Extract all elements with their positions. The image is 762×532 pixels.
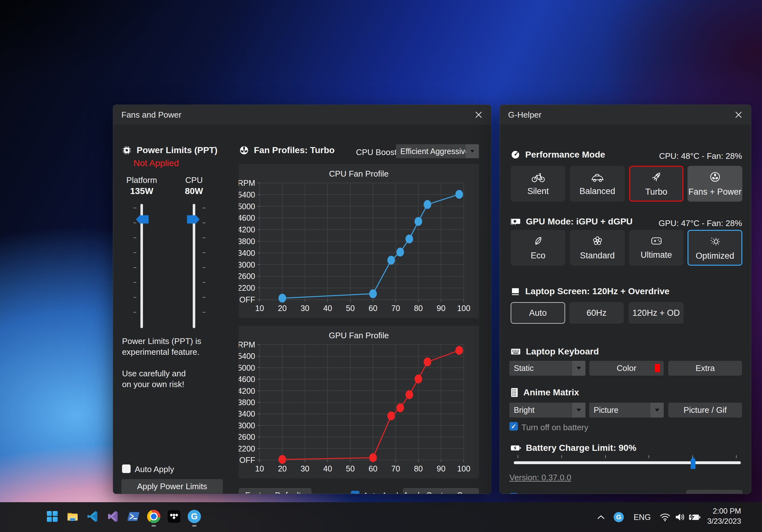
cpu-fan-profile-chart[interactable]: 102030405060708090100OFF2200260030003400…: [239, 164, 479, 318]
g-helper-window: G-Helper Performance Mode CPU: 48°C - Fa…: [499, 105, 751, 494]
perf-mode-silent-button[interactable]: Silent: [511, 166, 566, 202]
power-note-line: on your own risk!: [122, 379, 185, 389]
svg-text:70: 70: [391, 464, 400, 473]
power-limits-status: Not Applied: [133, 158, 179, 168]
matrix-picture-gif-button[interactable]: Picture / Gif: [668, 403, 742, 418]
ghelper-content: Performance Mode CPU: 48°C - Fan: 28% Si…: [500, 124, 751, 494]
gpu-mode-header: GPU Mode: iGPU + dGPU: [510, 216, 633, 227]
run-on-startup-checkbox[interactable]: ✓: [509, 493, 518, 494]
cpu-slider-thumb[interactable]: [187, 215, 200, 223]
power-auto-apply-label: Auto Apply: [135, 465, 174, 474]
matrix-brightness-dropdown[interactable]: Bright: [509, 403, 585, 418]
chevron-down-icon: [466, 144, 479, 158]
gauge-icon: [510, 149, 521, 160]
gamepad-icon: [649, 236, 663, 246]
tray-clock[interactable]: 2:00 PM 3/23/2023: [707, 506, 741, 526]
close-icon[interactable]: [734, 110, 743, 119]
perf-mode-fans-power-button[interactable]: Fans + Power: [688, 166, 742, 202]
gpu-mode-eco-button[interactable]: Eco: [511, 230, 566, 266]
chip-icon: [121, 145, 132, 156]
turn-off-on-battery-checkbox[interactable]: ✓: [509, 422, 518, 430]
cpu-boost-label: CPU Boost: [356, 147, 397, 157]
gpu-fan-profile-chart[interactable]: 102030405060708090100OFF2200260030003400…: [239, 326, 479, 479]
screen-60hz-button[interactable]: 60Hz: [569, 302, 624, 324]
svg-text:80: 80: [414, 464, 423, 473]
power-note-line: Power Limits (PPT) is: [122, 337, 201, 346]
tray-language[interactable]: ENG: [633, 512, 651, 522]
keyboard-color-swatch: [655, 364, 660, 372]
fans-window-titlebar[interactable]: Fans and Power: [113, 105, 491, 124]
file-explorer-button[interactable]: [65, 509, 80, 524]
gpu-mode-optimized-button[interactable]: Optimized: [688, 230, 742, 266]
keyboard-color-button[interactable]: Color: [589, 361, 664, 376]
tray-date: 3/23/2023: [707, 516, 741, 526]
battery-charge-limit-header: Battery Charge Limit: 90%: [510, 443, 637, 453]
svg-text:20: 20: [278, 464, 287, 473]
keyboard-extra-button[interactable]: Extra: [668, 361, 742, 376]
fan-profiles-header: Fan Profiles: Turbo: [239, 145, 335, 156]
tray-chevron-up[interactable]: [595, 512, 607, 522]
power-note-line: Use carefully and: [122, 369, 186, 379]
screen-icon: [510, 287, 521, 296]
svg-text:5400: 5400: [239, 351, 255, 360]
cpu-label: CPU: [167, 175, 221, 185]
fan-circle-icon: [709, 171, 722, 183]
svg-text:OFF: OFF: [239, 456, 255, 465]
close-icon[interactable]: [474, 110, 483, 119]
platform-slider-thumb[interactable]: [136, 215, 149, 223]
start-button[interactable]: [45, 509, 60, 524]
keyboard-mode-dropdown[interactable]: Static: [509, 361, 585, 376]
powershell-icon: [127, 510, 140, 523]
svg-text:4200: 4200: [239, 387, 255, 395]
gpu-mode-ultimate-button[interactable]: Ultimate: [629, 230, 683, 266]
tray-volume[interactable]: [673, 511, 687, 523]
chevron-down-icon: [572, 361, 585, 376]
tray-battery[interactable]: [687, 511, 702, 523]
gpu-mode-standard-button[interactable]: Standard: [570, 230, 625, 266]
screen-120hz-od-button[interactable]: 120Hz + OD: [629, 302, 684, 324]
battery-charging-icon: [688, 513, 701, 521]
svg-text:70: 70: [391, 304, 400, 313]
svg-text:5400: 5400: [239, 190, 255, 199]
factory-defaults-button[interactable]: Factory Defaults: [239, 488, 312, 494]
chrome-button[interactable]: [146, 509, 161, 524]
tray-g-helper[interactable]: G: [613, 512, 624, 522]
cpu-boost-dropdown[interactable]: Efficient Aggressive: [396, 144, 479, 158]
apply-custom-curve-button[interactable]: Apply Custom Curve: [403, 488, 479, 494]
terminal-button[interactable]: [126, 509, 141, 524]
folder-icon: [66, 510, 79, 523]
svg-text:3400: 3400: [239, 249, 255, 258]
svg-text:10: 10: [255, 304, 264, 313]
screen-auto-button[interactable]: Auto: [511, 302, 565, 324]
apply-power-limits-button[interactable]: Apply Power Limits: [121, 479, 223, 494]
battery-charge-slider[interactable]: [514, 461, 741, 464]
power-auto-apply-checkbox[interactable]: [122, 465, 130, 473]
perf-mode-turbo-button[interactable]: Turbo: [629, 166, 683, 202]
flower-icon: [591, 235, 603, 247]
ghelper-titlebar[interactable]: G-Helper: [500, 105, 751, 124]
battery-slider-thumb[interactable]: [691, 457, 695, 469]
version-link[interactable]: Version: 0.37.0.0: [509, 473, 571, 483]
visual-studio-button[interactable]: [106, 509, 120, 524]
power-note-line: experimental feature.: [122, 347, 199, 357]
fans-auto-apply-checkbox[interactable]: ✓: [351, 491, 359, 494]
perf-mode-balanced-button[interactable]: Balanced: [570, 166, 625, 202]
fans-window-content: Power Limits (PPT) Not Applied Platform …: [113, 124, 491, 494]
chevron-down-icon: [572, 403, 585, 418]
battery-slider-ticks: [518, 455, 737, 458]
wifi-icon: [660, 513, 670, 521]
svg-text:2200: 2200: [239, 283, 255, 292]
vscode-button[interactable]: [86, 509, 100, 524]
svg-text:40: 40: [323, 304, 332, 313]
keyboard-icon: [510, 347, 521, 356]
svg-text:40: 40: [323, 464, 332, 473]
svg-text:10: 10: [255, 464, 264, 473]
tray-wifi[interactable]: [659, 511, 671, 523]
matrix-content-dropdown[interactable]: Picture: [589, 403, 664, 418]
svg-text:30: 30: [300, 464, 309, 473]
quit-button[interactable]: Quit: [686, 490, 743, 494]
battery-icon: [510, 444, 521, 452]
g-helper-taskbar-button[interactable]: G: [187, 509, 201, 524]
tidal-button[interactable]: [167, 509, 181, 524]
running-indicator: [192, 525, 196, 527]
